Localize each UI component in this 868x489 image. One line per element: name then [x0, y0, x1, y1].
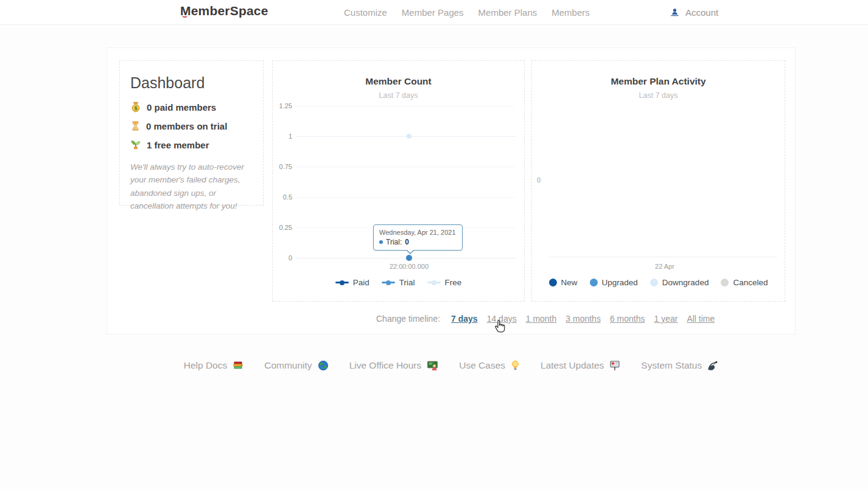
- seedling-icon: [130, 139, 141, 150]
- x-tick: 22 Apr: [640, 263, 689, 270]
- chart-subtitle: Last 7 days: [532, 91, 785, 100]
- timeline-14-days[interactable]: 14 days: [487, 314, 517, 324]
- books-icon: [233, 360, 243, 371]
- legend-label: Paid: [353, 278, 369, 287]
- globe-icon: [318, 360, 329, 371]
- legend-label: Canceled: [733, 278, 768, 287]
- x-tick: 22:00:00.000: [373, 263, 446, 270]
- help-docs-link[interactable]: Help Docs: [184, 360, 244, 371]
- satellite-icon: [707, 360, 718, 371]
- link-label: Live Office Hours: [349, 360, 422, 371]
- chart-title: Member Plan Activity: [532, 76, 785, 87]
- tooltip-date: Wednesday, Apr 21, 2021: [379, 229, 456, 236]
- svg-text:$: $: [135, 105, 138, 111]
- gridline: [296, 106, 516, 106]
- legend-item-canceled[interactable]: Canceled: [721, 278, 768, 287]
- lightbulb-icon: [511, 360, 520, 371]
- use-cases-link[interactable]: Use Cases: [459, 360, 520, 371]
- link-label: Latest Updates: [541, 360, 604, 371]
- stat-trial-members: 0 members on trial: [130, 120, 253, 131]
- gridline: [296, 197, 516, 198]
- member-plan-activity-panel: Member Plan Activity Last 7 days 0 22 Ap…: [531, 60, 785, 302]
- y-tick: 1: [275, 133, 292, 140]
- live-office-hours-link[interactable]: Live Office Hours: [349, 360, 439, 371]
- stat-label: 0 paid members: [147, 102, 216, 113]
- page-title: Dashboard: [130, 74, 253, 92]
- community-link[interactable]: Community: [264, 360, 328, 371]
- logo-m: M: [180, 4, 191, 18]
- tooltip-series-label: Trial:: [386, 238, 402, 246]
- legend-label: Trial: [399, 278, 415, 287]
- dashboard-card: Dashboard $ 0 paid members 0 members on …: [107, 47, 796, 335]
- chart-title: Member Count: [273, 76, 524, 87]
- legend-label: Downgraded: [662, 278, 709, 287]
- nav-links: Customize Member Pages Member Plans Memb…: [344, 0, 590, 25]
- tooltip-arrow-inner: [407, 249, 414, 253]
- account-menu[interactable]: Account: [670, 0, 718, 25]
- legend-label: Free: [445, 278, 462, 287]
- footer-links: Help Docs Community Live Office Hours Us…: [107, 360, 796, 371]
- news-icon: [609, 360, 620, 371]
- data-point-trial[interactable]: [406, 255, 412, 261]
- y-tick: 0: [537, 176, 541, 184]
- member-count-legend: Paid Trial Free: [273, 278, 524, 287]
- paid-marker-icon: [335, 280, 349, 285]
- upgraded-circle-icon: [590, 279, 598, 286]
- timeline-all-time[interactable]: All time: [687, 314, 715, 324]
- user-icon: [670, 7, 680, 18]
- timeline-3-months[interactable]: 3 months: [565, 314, 601, 324]
- stat-label: 1 free member: [147, 140, 209, 150]
- link-label: System Status: [641, 360, 702, 371]
- stat-free-members: 1 free member: [130, 139, 253, 150]
- nav-item-member-plans[interactable]: Member Plans: [478, 7, 537, 18]
- y-tick: 0.5: [275, 193, 292, 201]
- nav-item-members[interactable]: Members: [551, 7, 590, 18]
- timeline-6-months[interactable]: 6 months: [610, 314, 645, 324]
- legend-label: Upgraded: [602, 278, 638, 287]
- gridline: [296, 167, 516, 167]
- y-tick: 0: [275, 254, 292, 262]
- gridline: [296, 136, 516, 137]
- link-label: Use Cases: [459, 360, 505, 371]
- legend-item-new[interactable]: New: [549, 278, 578, 287]
- legend-item-trial[interactable]: Trial: [382, 278, 415, 287]
- system-status-link[interactable]: System Status: [641, 360, 718, 371]
- timeline-selector: Change timeline: 7 days 14 days 1 month …: [376, 314, 715, 324]
- nav-item-member-pages[interactable]: Member Pages: [402, 7, 464, 18]
- legend-label: New: [561, 278, 578, 287]
- memberspace-logo[interactable]: MemberSpace MemberSpace: [180, 4, 268, 18]
- y-tick: 1.25: [275, 102, 292, 109]
- logo-text: emberSpace: [191, 4, 268, 18]
- legend-item-downgraded[interactable]: Downgraded: [650, 278, 709, 287]
- canceled-circle-icon: [721, 279, 729, 286]
- timeline-7-days[interactable]: 7 days: [451, 314, 478, 324]
- legend-item-free[interactable]: Free: [427, 278, 462, 287]
- stat-label: 0 members on trial: [146, 121, 227, 131]
- timeline-label: Change timeline:: [376, 314, 440, 324]
- tooltip-value: 0: [405, 238, 409, 246]
- data-point-free[interactable]: [407, 134, 411, 139]
- dashboard-summary-panel: Dashboard $ 0 paid members 0 members on …: [119, 60, 264, 206]
- chart-subtitle: Last 7 days: [273, 91, 524, 100]
- latest-updates-link[interactable]: Latest Updates: [541, 360, 620, 371]
- member-count-chart-panel: Member Count Last 7 days 1.25 1 0.75 0.5…: [272, 60, 525, 302]
- nav-item-customize[interactable]: Customize: [344, 7, 387, 18]
- stat-paid-members: $ 0 paid members: [130, 102, 253, 113]
- axis-baseline: [549, 257, 777, 257]
- link-label: Community: [264, 360, 312, 371]
- timeline-1-month[interactable]: 1 month: [526, 314, 557, 324]
- teacher-icon: [427, 360, 438, 371]
- plan-activity-legend: New Upgraded Downgraded Canceled: [532, 278, 785, 287]
- legend-item-paid[interactable]: Paid: [335, 278, 369, 287]
- new-circle-icon: [549, 279, 557, 286]
- auto-recover-note: We'll always try to auto-recover your me…: [130, 161, 253, 212]
- y-tick: 0.25: [275, 224, 292, 231]
- timeline-1-year[interactable]: 1 year: [654, 314, 677, 324]
- free-marker-icon: [427, 280, 441, 285]
- downgraded-circle-icon: [650, 279, 658, 286]
- hourglass-icon: [130, 120, 141, 131]
- link-label: Help Docs: [184, 360, 228, 371]
- chart-tooltip: Wednesday, Apr 21, 2021 Trial: 0: [373, 224, 463, 251]
- top-nav: MemberSpace MemberSpace Customize Member…: [0, 0, 868, 25]
- legend-item-upgraded[interactable]: Upgraded: [590, 278, 638, 287]
